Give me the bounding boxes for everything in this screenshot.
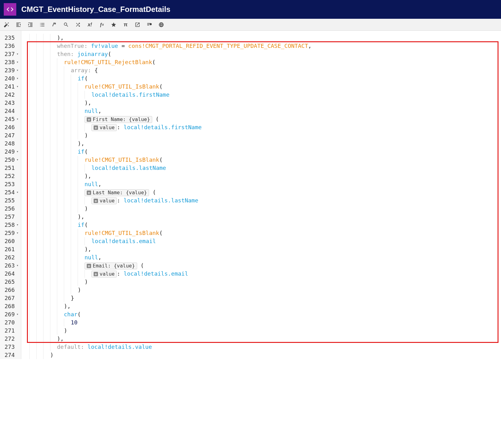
line-number: 241▾: [3, 83, 18, 91]
line-number: 271: [3, 327, 18, 335]
code-line[interactable]: ),: [23, 335, 501, 343]
translation-chip[interactable]: value: [91, 271, 117, 277]
code-area[interactable]: ),whenTrue: fv!value = cons!CMGT_PORTAL_…: [21, 31, 501, 359]
code-line[interactable]: null,: [23, 107, 501, 115]
line-number: 261: [3, 245, 18, 253]
code-line[interactable]: if(: [23, 221, 501, 229]
code-line[interactable]: ): [23, 351, 501, 359]
globe-icon: [87, 191, 91, 195]
code-line[interactable]: ),: [23, 140, 501, 148]
search-icon[interactable]: [63, 21, 70, 28]
code-line[interactable]: rule!CMGT_UTIL_RejectBlank(: [23, 58, 501, 66]
code-line[interactable]: ): [23, 131, 501, 140]
line-number: 239▾: [3, 66, 18, 74]
list-icon[interactable]: [39, 21, 46, 28]
line-number: 237▾: [3, 50, 18, 58]
code-line[interactable]: }: [23, 294, 501, 302]
line-number: 246: [3, 123, 18, 131]
code-line[interactable]: then: joinarray(: [23, 50, 501, 58]
code-line[interactable]: ): [23, 286, 501, 294]
code-line[interactable]: if(: [23, 148, 501, 156]
code-line[interactable]: ): [23, 278, 501, 286]
fx-icon[interactable]: ƒx: [98, 21, 105, 28]
code-line[interactable]: ),: [23, 34, 501, 42]
code-line[interactable]: local!details.firstName: [23, 91, 501, 99]
line-number: 257: [3, 213, 18, 221]
outdent-icon[interactable]: [15, 21, 22, 28]
translation-chip[interactable]: First Name: {value}: [85, 116, 152, 123]
line-number: 238▾: [3, 58, 18, 66]
code-line[interactable]: local!details.email: [23, 237, 501, 245]
line-number: 254▾: [3, 188, 18, 196]
code-line[interactable]: default: local!details.value: [23, 343, 501, 351]
line-number: 270: [3, 318, 18, 327]
code-line[interactable]: rule!CMGT_UTIL_IsBlank(: [23, 229, 501, 237]
translation-chip[interactable]: Last Name: {value}: [85, 189, 149, 196]
line-number: 264: [3, 270, 18, 278]
code-line[interactable]: ): [23, 327, 501, 335]
code-line[interactable]: rule!CMGT_UTIL_IsBlank(: [23, 156, 501, 164]
line-number: 252: [3, 172, 18, 180]
code-line[interactable]: char(: [23, 310, 501, 318]
star-icon[interactable]: [110, 21, 117, 28]
globe-icon: [94, 125, 98, 130]
code-line[interactable]: local!details.lastName: [23, 164, 501, 172]
code-line[interactable]: 10: [23, 318, 501, 327]
code-line[interactable]: value: local!details.email: [23, 270, 501, 278]
globe-icon: [87, 264, 91, 268]
line-number: 267: [3, 294, 18, 302]
x-exclaim-icon[interactable]: x!: [86, 21, 93, 28]
line-number: 245▾: [3, 115, 18, 123]
globe-icon[interactable]: [158, 21, 165, 28]
code-line[interactable]: ),: [23, 302, 501, 310]
line-number: 269▾: [3, 310, 18, 318]
export-icon[interactable]: [134, 21, 141, 28]
comment-icon[interactable]: /*: [51, 21, 58, 28]
code-line[interactable]: null,: [23, 253, 501, 262]
magic-wand-icon[interactable]: [3, 21, 10, 28]
code-line[interactable]: array: {: [23, 66, 501, 74]
toolbar: /* x! ƒx π: [0, 19, 501, 31]
globe-icon: [87, 117, 91, 122]
line-number: 273: [3, 343, 18, 351]
line-number: 240▾: [3, 74, 18, 83]
line-number: 259▾: [3, 229, 18, 237]
code-line[interactable]: Last Name: {value} (: [23, 188, 501, 196]
find-settings-icon[interactable]: [146, 21, 153, 28]
code-line[interactable]: null,: [23, 180, 501, 188]
line-number: 248: [3, 140, 18, 148]
line-number: 274: [3, 351, 18, 359]
line-number: 262: [3, 253, 18, 262]
code-line[interactable]: ),: [23, 213, 501, 221]
code-line[interactable]: ): [23, 205, 501, 213]
code-line[interactable]: value: local!details.firstName: [23, 123, 501, 131]
code-line[interactable]: ),: [23, 99, 501, 107]
code-line[interactable]: whenTrue: fv!value = cons!CMGT_PORTAL_RE…: [23, 42, 501, 50]
line-number: 263▾: [3, 262, 18, 270]
line-number: 242: [3, 91, 18, 99]
globe-icon: [94, 272, 98, 276]
code-line[interactable]: ),: [23, 172, 501, 180]
code-line[interactable]: rule!CMGT_UTIL_IsBlank(: [23, 83, 501, 91]
line-number: 247: [3, 131, 18, 140]
code-editor[interactable]: 235236237▾238▾239▾240▾241▾242243244245▾2…: [0, 31, 501, 359]
line-number: 243: [3, 99, 18, 107]
line-number: 251: [3, 164, 18, 172]
line-number: 236: [3, 42, 18, 50]
line-number: 249▾: [3, 148, 18, 156]
line-number: 266: [3, 286, 18, 294]
code-line[interactable]: if(: [23, 74, 501, 83]
translation-chip[interactable]: value: [91, 124, 117, 131]
code-line[interactable]: ),: [23, 245, 501, 253]
code-line[interactable]: Email: {value} (: [23, 262, 501, 270]
code-line[interactable]: First Name: {value} (: [23, 115, 501, 123]
code-line[interactable]: value: local!details.lastName: [23, 196, 501, 205]
translation-chip[interactable]: value: [91, 197, 117, 204]
pi-icon[interactable]: π: [122, 21, 129, 28]
shuffle-icon[interactable]: [75, 21, 81, 28]
line-number: 265: [3, 278, 18, 286]
translation-chip[interactable]: Email: {value}: [85, 262, 137, 269]
line-number: 244: [3, 107, 18, 115]
line-number: 268: [3, 302, 18, 310]
indent-icon[interactable]: [27, 21, 34, 28]
